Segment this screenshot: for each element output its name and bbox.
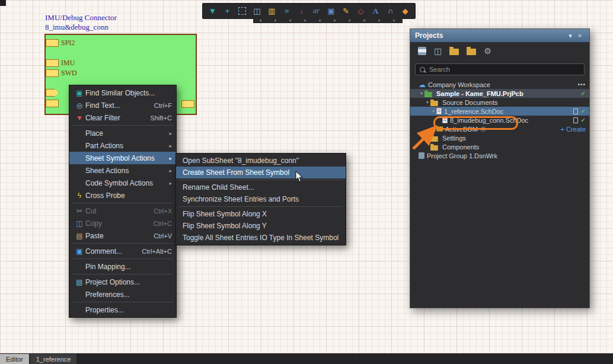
expand-arrow-icon[interactable]: ▾: [430, 108, 436, 114]
tree-item-sample-kame-fmu-prjpcb[interactable]: ▾Sample - Kame_FMU.PrjPcb✓: [410, 89, 589, 98]
submenu-arrow-icon: ▸: [169, 130, 172, 136]
folder-icon: [430, 101, 438, 106]
cloud-icon: ☁: [419, 81, 426, 88]
tree-item-project-group-1-dsnwrk[interactable]: Project Group 1.DsnWrk: [410, 151, 589, 160]
menu-item-synchronize-sheet-entries-and-ports[interactable]: Synchronize Sheet Entries and Ports: [176, 193, 346, 205]
sheet-entry[interactable]: [181, 100, 194, 108]
menu-separator: [72, 243, 173, 244]
compile-icon[interactable]: ◆: [398, 4, 413, 18]
tree-item-8-imudebug-conn-schdoc[interactable]: 8_imudebug_conn.SchDoc✓: [410, 116, 589, 124]
menu-item-label: Properties...: [85, 306, 172, 314]
sheet-entry-swd[interactable]: [46, 69, 59, 77]
status-tab-1-reference[interactable]: 1_reference: [30, 354, 77, 364]
crosshair-icon[interactable]: +: [220, 4, 235, 18]
sheet-entry-spi2[interactable]: [46, 39, 59, 47]
tree-item-label: Sample - Kame_FMU.PrjPcb: [436, 90, 523, 97]
menu-item-create-sheet-from-sheet-symbol[interactable]: Create Sheet From Sheet Symbol: [176, 167, 346, 178]
tree-item-components[interactable]: Components: [410, 142, 589, 151]
selection-box-icon[interactable]: [235, 4, 250, 18]
dropdown-caret-icon[interactable]: ▾: [253, 18, 268, 23]
create-link[interactable]: + Create: [561, 126, 586, 133]
dropdown-caret-icon[interactable]: ▾: [268, 18, 283, 23]
menu-item-rename-child-sheet[interactable]: Rename Child Sheet...: [176, 181, 346, 193]
dropdown-caret-icon[interactable]: ▾: [283, 18, 298, 23]
menu-item-sheet-symbol-actions[interactable]: Sheet Symbol Actions▸: [69, 152, 176, 164]
menu-item-flip-sheet-symbol-along-y[interactable]: Flip Sheet Symbol Along Y: [176, 220, 346, 232]
tree-item-settings[interactable]: ▸Settings: [410, 133, 589, 142]
toolbar-dropdown-strip: ▾▾▾▾▾▾▾▾▾▾: [253, 18, 403, 23]
menu-item-comment[interactable]: ▣Comment...Ctrl+Alt+C: [69, 245, 176, 257]
expand-arrow-icon[interactable]: ▾: [424, 100, 430, 105]
menu-item-shortcut: Ctrl+Alt+C: [142, 248, 172, 255]
menu-item-find-similar-objects[interactable]: ▣Find Similar Objects...: [69, 87, 176, 99]
status-tab-editor[interactable]: Editor: [0, 354, 29, 364]
search-input[interactable]: Search: [415, 63, 585, 75]
menu-separator: [72, 125, 173, 126]
more-options-icon[interactable]: •••: [577, 81, 586, 88]
menu-item-label: Find Similar Objects...: [85, 89, 172, 97]
filter-icon[interactable]: ▼: [205, 4, 220, 18]
menu-item-open-subsheet-8-imudebug-conn[interactable]: Open SubSheet "8_imudebug_conn": [176, 155, 346, 167]
expand-arrow-icon[interactable]: ▾: [419, 91, 424, 96]
menu-item-toggle-all-sheet-entries-io-type-in-sheet-symbol[interactable]: Toggle All Sheet Entries IO Type In Shee…: [176, 232, 346, 244]
menu-item-find-text[interactable]: ◎Find Text...Ctrl+F: [69, 99, 176, 111]
menu-item-label: Open SubSheet "8_imudebug_conn": [183, 157, 339, 165]
menu-item-flip-sheet-symbol-along-x[interactable]: Flip Sheet Symbol Along X: [176, 208, 346, 220]
diamond-outline-icon[interactable]: ◇: [353, 4, 368, 18]
sheet-icon[interactable]: ▣: [324, 4, 339, 18]
menu-item-clear-filter[interactable]: ▼Clear FilterShift+C: [69, 111, 176, 124]
dropdown-caret-icon[interactable]: ▾: [298, 18, 312, 23]
sheet-entry-imu[interactable]: [46, 59, 59, 67]
tree-item-source-documents[interactable]: ▾Source Documents: [410, 98, 589, 107]
font-icon[interactable]: A: [368, 4, 383, 18]
tree-item-label: 8_imudebug_conn.SchDoc: [450, 117, 528, 124]
menu-item-project-options[interactable]: ▤Project Options...: [69, 276, 176, 288]
add-folder-icon[interactable]: [467, 49, 476, 55]
menu-item-properties[interactable]: Properties...: [69, 304, 176, 316]
folder-icon: [430, 136, 438, 142]
dropdown-caret-icon[interactable]: ▾: [387, 18, 401, 23]
menu-item-paste[interactable]: ▤PasteCtrl+V: [69, 229, 176, 242]
copy-documents-icon[interactable]: ◫: [434, 46, 442, 56]
dropdown-caret-icon[interactable]: ▾: [372, 18, 387, 23]
waves-icon[interactable]: ≈: [279, 4, 294, 18]
sheet-symbol-actions-submenu: Open SubSheet "8_imudebug_conn"Create Sh…: [175, 153, 346, 245]
menu-item-sheet-actions[interactable]: Sheet Actions▸: [69, 164, 176, 177]
projects-panel-header: Projects ▾ ×: [410, 29, 589, 42]
status-bar: Editor1_reference: [0, 353, 613, 364]
menu-item-label: Create Sheet From Sheet Symbol: [183, 168, 339, 177]
menu-item-part-actions[interactable]: Part Actions▸: [69, 139, 176, 152]
dropdown-caret-icon[interactable]: ▾: [357, 18, 372, 23]
panel-close-icon[interactable]: ×: [575, 32, 585, 39]
sheet-entry[interactable]: [46, 100, 59, 107]
expand-arrow-icon[interactable]: ▸: [424, 135, 430, 141]
columns-icon[interactable]: ▥: [264, 4, 279, 18]
document-status-icon: [573, 108, 578, 114]
tree-item-activebom[interactable]: ActiveBOM?+ Create: [410, 124, 589, 133]
menu-item-cut: ✂CutCtrl+X: [69, 205, 176, 217]
arc-icon[interactable]: ∩: [383, 4, 398, 18]
dropdown-caret-icon[interactable]: ▾: [342, 18, 357, 23]
import-icon[interactable]: ↓: [294, 4, 309, 18]
menu-item-place[interactable]: Place▸: [69, 127, 176, 139]
pencil-icon[interactable]: ✎: [339, 4, 353, 18]
tree-item-company-workspace[interactable]: ☁Company Workspace•••: [410, 80, 589, 89]
annotate-icon[interactable]: ar: [309, 4, 324, 18]
panels-icon[interactable]: ◫: [250, 4, 264, 18]
menu-item-pin-mapping[interactable]: Pin Mapping...: [69, 260, 176, 273]
menu-item-cross-probe[interactable]: ϟCross Probe: [69, 189, 176, 202]
menu-item-code-symbol-actions[interactable]: Code Symbol Actions▸: [69, 177, 176, 189]
open-folder-icon[interactable]: [449, 49, 459, 55]
settings-gear-icon[interactable]: ⚙: [484, 46, 491, 56]
save-icon[interactable]: [418, 47, 426, 55]
dropdown-caret-icon[interactable]: ▾: [312, 18, 327, 23]
dropdown-caret-icon[interactable]: ▾: [327, 18, 342, 23]
tree-item-1-reference-schdoc[interactable]: ▾1_reference.SchDoc✓: [410, 107, 589, 116]
submenu-arrow-icon: ▸: [169, 155, 172, 161]
tree-item-label: Source Documents: [442, 99, 498, 106]
menu-item-preferences[interactable]: Preferences...: [69, 288, 176, 301]
document-status-icon: [573, 117, 578, 123]
tree-item-label: ActiveBOM: [445, 126, 478, 133]
panel-menu-icon[interactable]: ▾: [566, 32, 575, 40]
menu-separator: [72, 258, 173, 259]
